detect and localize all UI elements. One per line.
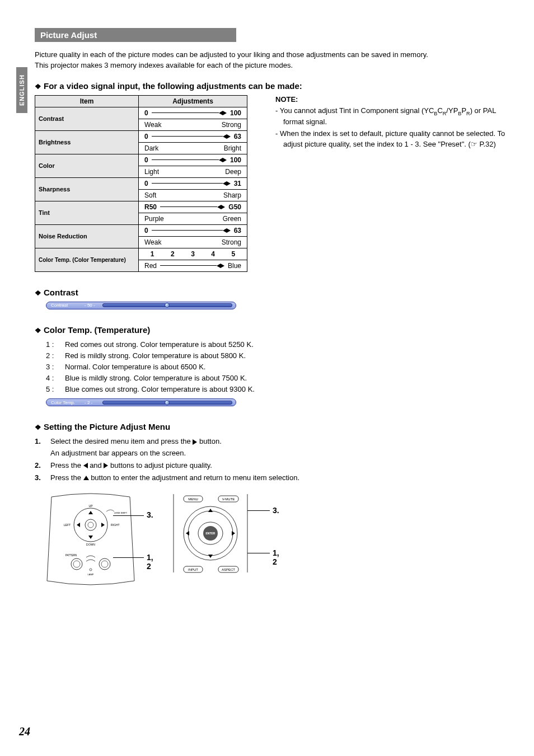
- item-colortemp: Color Temp. (Color Temperature): [35, 248, 139, 271]
- up-arrow-icon: [83, 476, 89, 480]
- item-brightness: Brightness: [35, 130, 139, 154]
- heading-colortemp: ❖Color Temp. (Temperature): [35, 325, 506, 335]
- svg-text:RIGHT: RIGHT: [111, 523, 120, 527]
- labels-contrast: WeakStrong: [139, 119, 247, 130]
- step-item: Press the and buttons to adjust picture …: [35, 460, 506, 471]
- step-item: Press the button to enter the adjustment…: [35, 472, 506, 483]
- note-block: NOTE: You cannot adjust Tint in Componen…: [275, 95, 506, 151]
- heading-setting: ❖Setting the Picture Adjust Menu: [35, 422, 506, 431]
- svg-text:ASPECT: ASPECT: [222, 568, 235, 571]
- item-tint: Tint: [35, 201, 139, 224]
- remote-diagram: MENU V-MUTE ENTER INPUT ASPECT: [163, 491, 275, 577]
- section-title-bar: Picture Adjust: [35, 28, 506, 42]
- page-number: 24: [19, 725, 30, 738]
- callout-3: 3.: [273, 506, 279, 515]
- labels-tint: PurpleGreen: [139, 213, 247, 224]
- projector-diagram: UP DOWN LEFT RIGHT LENS SHIFT PATTERN LA…: [40, 491, 141, 588]
- svg-text:MENU: MENU: [188, 497, 198, 501]
- svg-point-13: [90, 569, 92, 571]
- diamond-icon: ❖: [35, 82, 41, 91]
- labels-sharpness: SoftSharp: [139, 189, 247, 201]
- callout-12: 1, 2: [273, 548, 279, 566]
- svg-text:LENS SHIFT: LENS SHIFT: [114, 511, 128, 514]
- slider-thumb-icon: [165, 400, 170, 405]
- svg-text:INPUT: INPUT: [188, 568, 198, 571]
- range-color: 0 100: [139, 154, 247, 166]
- svg-text:LEFT: LEFT: [64, 523, 71, 527]
- labels-brightness: DarkBright: [139, 142, 247, 154]
- language-tab: ENGLISH: [16, 67, 27, 113]
- intro-line-2: This projector makes 3 memory indexes av…: [35, 61, 293, 69]
- labels-nr: WeakStrong: [139, 236, 247, 248]
- step-item: Select the desired menu item and press t…: [35, 436, 506, 458]
- range-sharpness: 0 31: [139, 177, 247, 189]
- svg-point-2: [88, 522, 93, 528]
- item-sharpness: Sharpness: [35, 177, 139, 201]
- osd-colortemp-value: - 2 -: [85, 400, 101, 405]
- list-item: 3 :Normal. Color temperature is about 65…: [46, 361, 506, 373]
- adjustments-table: Item Adjustments Contrast 0 100 WeakStro…: [35, 95, 247, 272]
- steps-list: Select the desired menu item and press t…: [35, 436, 506, 483]
- osd-contrast-value: - 50 -: [85, 303, 101, 308]
- svg-point-10: [99, 558, 110, 570]
- osd-colortemp-bar: Color Temp. - 2 -: [46, 398, 236, 406]
- diamond-icon: ❖: [35, 423, 41, 431]
- range-contrast: 0 100: [139, 107, 247, 119]
- list-item: 2 :Red is mildly strong. Color temperatu…: [46, 350, 506, 361]
- slider-thumb-icon: [165, 303, 170, 308]
- section-title: Picture Adjust: [35, 28, 236, 42]
- svg-point-1: [85, 519, 96, 530]
- heading-video-adjust: ❖For a video signal input, the following…: [35, 81, 506, 91]
- note-title: NOTE:: [275, 95, 506, 104]
- colortemp-list: 1 :Red comes out strong. Color temperatu…: [35, 339, 506, 396]
- item-nr: Noise Reduction: [35, 224, 139, 248]
- range-nr: 0 63: [139, 224, 247, 236]
- osd-colortemp-label: Color Temp.: [46, 400, 85, 405]
- th-item: Item: [35, 95, 139, 107]
- list-item: 4 :Blue is mildly strong. Color temperat…: [46, 373, 506, 384]
- labels-color: LightDeep: [139, 166, 247, 177]
- osd-contrast-bar: Contrast - 50 -: [46, 302, 236, 309]
- diamond-icon: ❖: [35, 326, 41, 335]
- intro-text: Picture quality in each of the picture m…: [35, 50, 506, 71]
- list-item: 5 :Blue comes out strong. Color temperat…: [46, 384, 506, 395]
- svg-text:ENTER: ENTER: [206, 532, 216, 535]
- th-adj: Adjustments: [139, 95, 247, 107]
- svg-point-11: [101, 561, 108, 567]
- diamond-icon: ❖: [35, 289, 41, 297]
- svg-text:V-MUTE: V-MUTE: [222, 497, 235, 501]
- left-arrow-icon: [83, 463, 88, 468]
- note-item: You cannot adjust Tint in Component sign…: [275, 106, 506, 128]
- list-item: 1 :Red comes out strong. Color temperatu…: [46, 339, 506, 350]
- item-color: Color: [35, 154, 139, 177]
- osd-contrast-label: Contrast: [46, 303, 85, 308]
- range-brightness: 0 63: [139, 130, 247, 142]
- range-tint: R50 G50: [139, 201, 247, 213]
- svg-text:UP: UP: [89, 504, 93, 508]
- labels-colortemp: Red Blue: [139, 260, 247, 271]
- svg-point-9: [73, 561, 80, 567]
- range-colortemp: 1 2 3 4 5: [139, 248, 247, 260]
- heading-contrast: ❖Contrast: [35, 288, 506, 297]
- item-contrast: Contrast: [35, 107, 139, 130]
- callout-3: 3.: [147, 510, 153, 519]
- intro-line-1: Picture quality in each of the picture m…: [35, 50, 428, 59]
- svg-text:LAMP: LAMP: [88, 573, 94, 576]
- svg-text:DOWN: DOWN: [86, 543, 95, 546]
- note-item: When the index is set to default, pictur…: [275, 129, 506, 150]
- callout-12: 1, 2: [147, 553, 153, 571]
- remote-panel-icon: MENU V-MUTE ENTER INPUT ASPECT: [163, 491, 275, 575]
- svg-point-8: [71, 558, 82, 570]
- projector-panel-icon: UP DOWN LEFT RIGHT LENS SHIFT PATTERN LA…: [40, 491, 141, 586]
- svg-text:PATTERN: PATTERN: [65, 554, 77, 557]
